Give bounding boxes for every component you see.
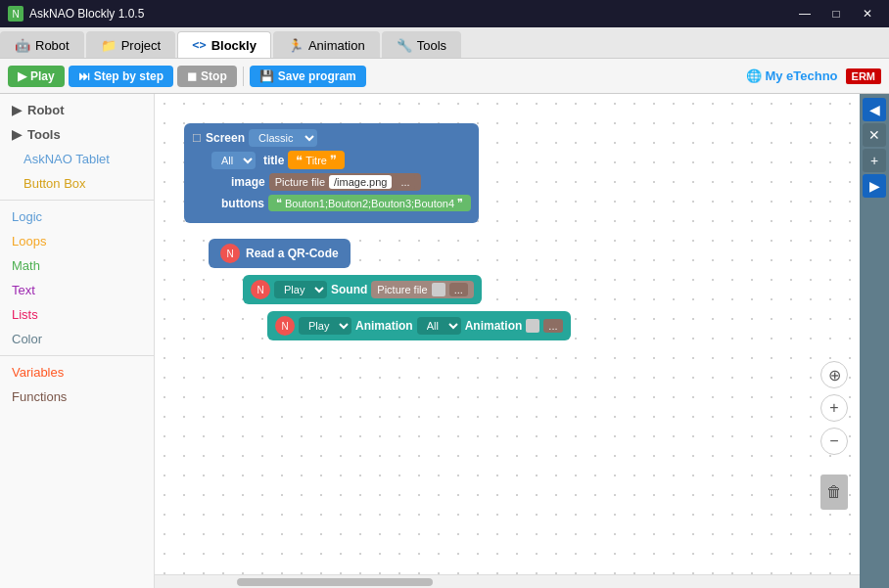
- sound-file-checkbox: [432, 283, 445, 296]
- sidebar-divider-2: [0, 355, 154, 356]
- anim-avatar: N: [275, 316, 295, 336]
- right-back-button[interactable]: ◀: [863, 98, 886, 121]
- right-controls: ◀ ✕ + ▶: [860, 94, 889, 588]
- animation-block[interactable]: N Play Animation All Animation ...: [267, 311, 571, 340]
- qr-code-block[interactable]: N Read a QR-Code: [209, 239, 351, 268]
- sidebar-divider: [0, 200, 154, 201]
- step-button[interactable]: ⏭ Step by step: [69, 66, 173, 87]
- toolbar: ▶ Play ⏭ Step by step ◼ Stop 💾 Save prog…: [0, 59, 889, 94]
- image-file-block[interactable]: Picture file /image.png ...: [269, 173, 421, 191]
- tools-tab-label: Tools: [417, 38, 446, 53]
- save-button[interactable]: 💾 Save program: [250, 66, 366, 87]
- logos: 🌐 My eTechno ERM: [746, 68, 881, 84]
- sound-file-label: Picture file: [377, 284, 427, 295]
- tools-arrow-icon: ▶: [12, 127, 22, 142]
- qr-label: Read a QR-Code: [246, 247, 339, 260]
- canvas-controls: ⊕ + − 🗑: [820, 361, 848, 510]
- play-button[interactable]: ▶ Play: [8, 66, 65, 87]
- menu-tabs: 🤖 Robot 📁 Project <> Blockly 🏃 Animation…: [0, 27, 889, 59]
- tab-project[interactable]: 📁 Project: [86, 31, 175, 58]
- project-tab-label: Project: [121, 38, 161, 53]
- zoom-out-button[interactable]: −: [820, 428, 848, 455]
- image-path[interactable]: /image.png: [329, 175, 392, 189]
- title-label: title: [263, 154, 284, 167]
- app-title: AskNAO Blockly 1.0.5: [29, 7, 791, 21]
- sidebar-item-text[interactable]: Text: [0, 278, 154, 302]
- robot-arrow-icon: ▶: [12, 103, 22, 117]
- sidebar-item-color[interactable]: Color: [0, 327, 154, 351]
- anim-checkbox: [526, 319, 539, 333]
- horizontal-scrollbar[interactable]: [155, 574, 860, 588]
- project-tab-icon: 📁: [101, 38, 117, 53]
- title-value: Titre: [305, 155, 327, 166]
- image-label: image: [231, 175, 265, 189]
- right-forward-button[interactable]: ▶: [863, 174, 886, 198]
- screen-label: Screen: [206, 131, 245, 145]
- btn-quote-open: ❝: [276, 197, 282, 209]
- scrollbar-thumb[interactable]: [237, 578, 433, 586]
- tab-tools[interactable]: 🔧 Tools: [382, 31, 461, 58]
- sidebar: ▶ Robot ▶ Tools AskNAO Tablet Button Box…: [0, 94, 155, 588]
- screen-header-row: ☐ Screen Classic Modern: [192, 129, 471, 147]
- title-row: All title ❝ Titre ❞: [211, 151, 471, 169]
- tab-robot[interactable]: 🤖 Robot: [0, 31, 84, 58]
- trash-button[interactable]: 🗑: [820, 475, 848, 510]
- save-icon: 💾: [259, 69, 274, 83]
- anim-ellipsis[interactable]: ...: [543, 319, 562, 333]
- title-string-block[interactable]: ❝ Titre ❞: [288, 151, 345, 169]
- canvas-area[interactable]: ☐ Screen Classic Modern All title ❝ Ti: [155, 94, 860, 588]
- animation-tab-label: Animation: [308, 38, 365, 53]
- anim-all-dropdown[interactable]: All: [417, 317, 461, 335]
- tools-tab-icon: 🔧: [397, 38, 412, 53]
- sidebar-item-variables[interactable]: Variables: [0, 360, 154, 384]
- buttons-string-block[interactable]: ❝ Bouton1;Bouton2;Bouton3;Bouton4 ❞: [268, 195, 471, 211]
- buttons-label: buttons: [221, 197, 264, 210]
- right-close-button[interactable]: ✕: [863, 123, 886, 147]
- screen-classic-block[interactable]: ☐ Screen Classic Modern All title ❝ Ti: [184, 123, 479, 223]
- anim-play-dropdown[interactable]: Play: [299, 317, 351, 335]
- sidebar-item-math[interactable]: Math: [0, 253, 154, 278]
- right-plus-button[interactable]: +: [863, 149, 886, 172]
- tab-blockly[interactable]: <> Blockly: [177, 31, 271, 58]
- image-row: image Picture file /image.png ...: [211, 173, 471, 191]
- buttons-row: buttons ❝ Bouton1;Bouton2;Bouton3;Bouton…: [211, 195, 471, 211]
- stop-button[interactable]: ◼ Stop: [177, 66, 237, 87]
- crosshair-button[interactable]: ⊕: [820, 361, 848, 388]
- sound-avatar: N: [251, 280, 270, 299]
- titlebar: N AskNAO Blockly 1.0.5 — □ ✕: [0, 0, 889, 27]
- sidebar-item-asknao[interactable]: AskNAO Tablet: [0, 147, 154, 171]
- all-dropdown[interactable]: All: [211, 152, 256, 169]
- robot-tab-icon: 🤖: [15, 38, 30, 53]
- buttons-value: Bouton1;Bouton2;Bouton3;Bouton4: [285, 198, 454, 209]
- step-icon: ⏭: [78, 69, 90, 83]
- play-dropdown[interactable]: Play: [274, 281, 327, 298]
- sound-play-block[interactable]: N Play Sound Picture file ...: [243, 275, 482, 304]
- sidebar-item-logic[interactable]: Logic: [0, 204, 154, 229]
- sidebar-item-robot[interactable]: ▶ Robot: [0, 98, 154, 122]
- sidebar-item-tools[interactable]: ▶ Tools: [0, 122, 154, 147]
- maximize-button[interactable]: □: [822, 0, 850, 27]
- robot-tab-label: Robot: [35, 38, 70, 53]
- sidebar-item-buttonbox[interactable]: Button Box: [0, 171, 154, 196]
- zoom-in-button[interactable]: +: [820, 394, 848, 422]
- image-file-label: Picture file: [275, 176, 325, 188]
- sound-ellipsis[interactable]: ...: [449, 283, 468, 296]
- window-controls: — □ ✕: [791, 0, 881, 27]
- animation-tab-icon: 🏃: [288, 38, 304, 53]
- sound-label: Sound: [331, 283, 367, 296]
- sidebar-item-functions[interactable]: Functions: [0, 384, 154, 409]
- toolbar-divider: [243, 67, 244, 86]
- sound-file-block[interactable]: Picture file ...: [371, 281, 474, 298]
- tab-animation[interactable]: 🏃 Animation: [273, 31, 380, 58]
- quote-open: ❝: [296, 153, 303, 167]
- sidebar-item-loops[interactable]: Loops: [0, 229, 154, 253]
- blockly-tab-icon: <>: [192, 38, 206, 52]
- qr-avatar: N: [220, 244, 240, 263]
- minimize-button[interactable]: —: [791, 0, 819, 27]
- checkbox-icon[interactable]: ☐: [192, 132, 202, 145]
- stop-icon: ◼: [187, 69, 197, 83]
- image-ellipsis[interactable]: ...: [396, 175, 414, 189]
- sidebar-item-lists[interactable]: Lists: [0, 302, 154, 327]
- screen-classic-dropdown[interactable]: Classic Modern: [249, 129, 317, 147]
- close-button[interactable]: ✕: [854, 0, 881, 27]
